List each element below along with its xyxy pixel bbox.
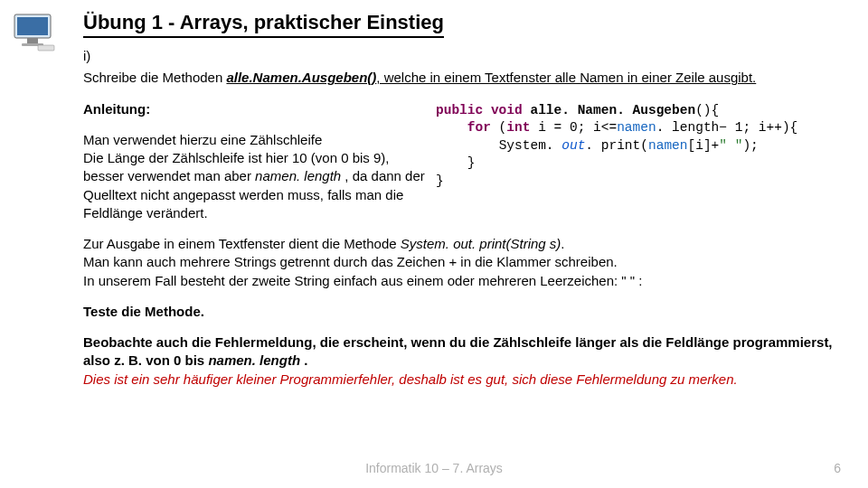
code-l2a: (: [491, 120, 506, 135]
method-name: alle.Namen.Ausgeben(): [226, 70, 376, 85]
code-l2b: i = 0; i<=: [530, 120, 617, 135]
anleitung-label: Anleitung:: [83, 100, 427, 118]
code-str: " ": [719, 138, 742, 153]
svg-rect-4: [38, 45, 54, 51]
output-p2: Man kann auch mehrere Strings getrennt d…: [83, 253, 841, 271]
intro-pre: Schreibe die Methoden: [83, 70, 226, 85]
two-column: Anleitung: Man verwendet hierzu eine Zäh…: [83, 100, 841, 223]
code-snippet: public void alle. Namen. Ausgeben(){ for…: [436, 100, 841, 191]
page-title: Übung 1 - Arrays, praktischer Einstieg: [83, 11, 444, 38]
beobachte-namen-length: namen. length: [208, 352, 300, 368]
body-text: i) Schreibe die Methoden alle.Namen.Ausg…: [83, 47, 841, 389]
code-l1-tail: (){: [695, 103, 719, 117]
code-namen1: namen: [617, 120, 656, 135]
code-out: out: [561, 138, 585, 153]
code-namen2: namen: [648, 138, 688, 153]
code-l3d: );: [742, 138, 758, 153]
instr-namen-length: namen. length: [255, 168, 341, 183]
svg-rect-2: [27, 38, 38, 43]
warning-line: Dies ist ein sehr häufiger kleiner Progr…: [83, 371, 841, 389]
footer-text: Informatik 10 – 7. Arrays: [365, 461, 503, 475]
output-p1b: .: [561, 236, 564, 251]
teste-line: Teste die Methode.: [83, 303, 841, 321]
page-number: 6: [834, 461, 841, 475]
slide: Übung 1 - Arrays, praktischer Einstieg i…: [0, 0, 868, 488]
kw-void: void: [491, 103, 523, 117]
kw-public: public: [436, 103, 483, 117]
svg-rect-1: [17, 17, 48, 35]
kw-for: for: [467, 120, 491, 135]
code-l3b: . print(: [585, 138, 648, 153]
instr-p2: Die Länge der Zählschleife ist hier 10 (…: [83, 149, 427, 222]
code-method: alle. Namen. Ausgeben: [530, 103, 695, 117]
code-l3c: [i]+: [688, 138, 720, 153]
code-l5: }: [436, 174, 444, 188]
beobachte-line: Beobachte auch die Fehlermeldung, die er…: [83, 333, 841, 371]
footer: Informatik 10 – 7. Arrays 6: [0, 461, 868, 475]
output-p3: In unserem Fall besteht der zweite Strin…: [83, 272, 841, 290]
code-l4: }: [467, 155, 476, 170]
code-l3a: System.: [499, 138, 562, 153]
monitor-icon: [13, 13, 56, 52]
instructions-col: Anleitung: Man verwendet hierzu eine Zäh…: [83, 100, 427, 223]
kw-int: int: [506, 120, 530, 135]
section-marker: i): [83, 47, 841, 65]
beobachte-a: Beobachte auch die Fehlermeldung, die er…: [83, 334, 833, 368]
code-l2c: . length− 1; i++){: [656, 120, 798, 135]
intro-line: Schreibe die Methoden alle.Namen.Ausgebe…: [83, 69, 841, 87]
output-p1a: Zur Ausgabe in einem Textfenster dient d…: [83, 236, 401, 251]
system-out-print: System. out. print(String s): [401, 236, 561, 251]
intro-post: , welche in einem Textfenster alle Namen…: [376, 70, 756, 85]
output-p1: Zur Ausgabe in einem Textfenster dient d…: [83, 235, 841, 253]
instr-p1: Man verwendet hierzu eine Zählschleife: [83, 131, 427, 149]
beobachte-b: .: [300, 352, 307, 368]
